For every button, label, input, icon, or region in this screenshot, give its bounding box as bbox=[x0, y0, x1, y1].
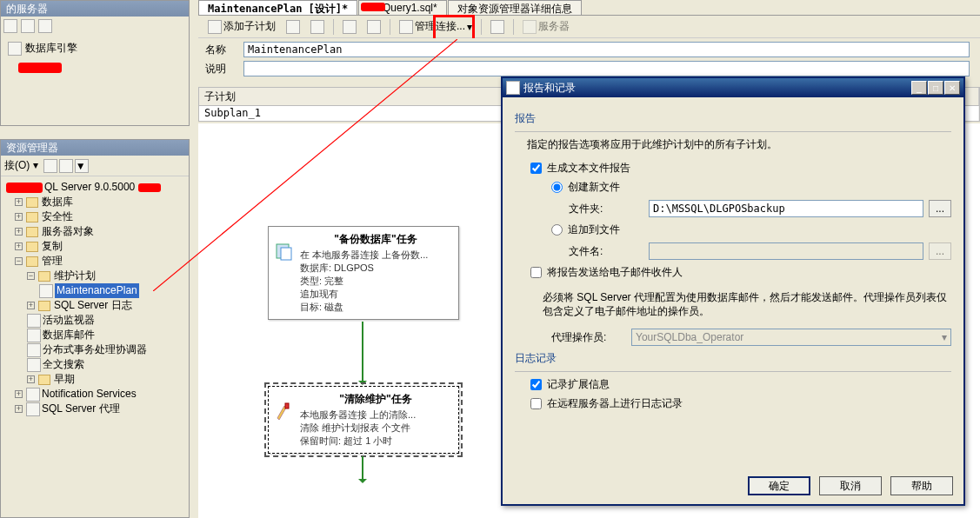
tree-agent[interactable]: +SQL Server 代理 bbox=[3, 402, 187, 416]
send-email-checkbox[interactable] bbox=[530, 267, 542, 278]
tab-query[interactable]: ...LQuery1.sql* bbox=[358, 0, 446, 15]
backup-db-task[interactable]: "备份数据库"任务 在 本地服务器连接 上备份数... 数据库: DLGPOS … bbox=[268, 226, 459, 320]
tree-serverobj[interactable]: +服务器对象 bbox=[3, 224, 187, 239]
name-field-label: 名称 bbox=[202, 43, 243, 57]
chevron-down-icon: ▾ bbox=[942, 331, 947, 343]
refresh-icon[interactable] bbox=[43, 159, 57, 173]
log-remote-check[interactable]: 在远程服务器上进行日志记录 bbox=[530, 396, 951, 411]
agent-icon bbox=[26, 402, 40, 416]
create-new-file-radio-input[interactable] bbox=[551, 182, 563, 193]
server-icon bbox=[523, 20, 537, 34]
plan-name-input[interactable] bbox=[243, 42, 970, 57]
gear-icon bbox=[286, 20, 300, 34]
report-desc: 指定的报告选项将应用于此维护计划中的所有子计划。 bbox=[527, 137, 951, 152]
browse-folder-button[interactable]: ... bbox=[929, 200, 951, 217]
subplan-props-button[interactable] bbox=[282, 17, 304, 37]
log-remote-checkbox[interactable] bbox=[530, 398, 542, 409]
cleanup-icon bbox=[274, 401, 295, 422]
tree-maintplans[interactable]: −维护计划 bbox=[3, 269, 187, 283]
redaction-1 bbox=[1, 61, 189, 76]
maintenance-toolbar: 添加子计划 管理连接...▾ 服务器 bbox=[198, 16, 980, 38]
tree-activity[interactable]: 活动监视器 bbox=[3, 313, 187, 328]
cancel-button[interactable]: 取消 bbox=[819, 476, 882, 495]
registered-servers-title: 的服务器 bbox=[1, 1, 189, 17]
tree-security[interactable]: +安全性 bbox=[3, 209, 187, 224]
delete-subplan-button[interactable] bbox=[306, 17, 329, 37]
minimize-button[interactable]: _ bbox=[911, 81, 927, 95]
filename-label: 文件名: bbox=[569, 244, 643, 259]
tab-maintenanceplan[interactable]: MaintenancePlan [设计]* bbox=[198, 0, 357, 15]
log-ext-check[interactable]: 记录扩展信息 bbox=[530, 377, 951, 392]
help-button[interactable]: 帮助 bbox=[890, 476, 953, 495]
tree-db[interactable]: +数据库 bbox=[3, 195, 187, 209]
backup-task-title: "备份数据库"任务 bbox=[300, 232, 451, 247]
stop-icon[interactable] bbox=[59, 159, 73, 173]
append-file-radio[interactable]: 追加到文件 bbox=[551, 222, 951, 237]
tree-legacy[interactable]: +早期 bbox=[3, 372, 187, 387]
object-explorer-panel: 资源管理器 接(O) ▾ ▼ QL Server 9.0.5000 +数据库 +… bbox=[0, 139, 190, 518]
add-icon bbox=[208, 20, 222, 34]
divider bbox=[481, 19, 482, 35]
add-subplan-button[interactable]: 添加子计划 bbox=[203, 17, 280, 37]
cleanup-task[interactable]: "清除维护"任务 本地服务器连接 上的清除... 清除 维护计划报表 个文件 保… bbox=[268, 386, 459, 454]
tree-maintenanceplan[interactable]: MaintenancePlan bbox=[3, 283, 187, 298]
object-explorer-toolbar: 接(O) ▾ ▼ bbox=[1, 156, 189, 176]
close-button[interactable]: ✕ bbox=[944, 81, 960, 95]
dialog-icon bbox=[506, 81, 520, 95]
log-ext-checkbox[interactable] bbox=[530, 379, 542, 390]
dtc-icon bbox=[27, 343, 41, 357]
maximize-button[interactable]: □ bbox=[928, 81, 943, 95]
log-group-label: 日志记录 bbox=[515, 351, 951, 366]
tree-sqllogs[interactable]: +SQL Server 日志 bbox=[3, 298, 187, 313]
filename-input bbox=[649, 242, 923, 260]
conn-icon bbox=[399, 20, 413, 34]
create-new-file-radio[interactable]: 创建新文件 bbox=[551, 180, 951, 195]
db-engine-node[interactable]: 数据库引擎 bbox=[1, 36, 189, 61]
email-note: 必须将 SQL Server 代理配置为使用数据库邮件，然后才能发送邮件。代理操… bbox=[543, 290, 951, 318]
divider bbox=[333, 19, 334, 35]
gen-text-report-checkbox[interactable] bbox=[530, 163, 542, 174]
registered-servers-toolbar bbox=[1, 17, 189, 36]
operator-label: 代理操作员: bbox=[551, 330, 626, 345]
tree-dbmail[interactable]: 数据库邮件 bbox=[3, 328, 187, 342]
filter-icon[interactable]: ▼ bbox=[75, 159, 89, 173]
remove-schedule-button[interactable] bbox=[363, 17, 385, 37]
flow-arrow-2 bbox=[362, 456, 363, 482]
tree-dtc[interactable]: 分布式事务处理协调器 bbox=[3, 342, 187, 357]
activity-icon bbox=[27, 314, 41, 328]
highlight-box bbox=[433, 15, 475, 41]
server-new-icon[interactable] bbox=[38, 19, 52, 33]
tree-fulltext[interactable]: 全文搜索 bbox=[3, 357, 187, 372]
folder-input[interactable] bbox=[649, 200, 923, 217]
object-tree: QL Server 9.0.5000 +数据库 +安全性 +服务器对象 +复制 … bbox=[1, 176, 189, 420]
dialog-buttons: 确定 取消 帮助 bbox=[748, 476, 953, 495]
append-file-radio-input[interactable] bbox=[551, 224, 563, 236]
object-explorer-title: 资源管理器 bbox=[1, 140, 189, 156]
send-email-check[interactable]: 将报告发送给电子邮件收件人 bbox=[530, 265, 951, 280]
report-group-label: 报告 bbox=[515, 111, 951, 126]
ns-icon bbox=[26, 388, 40, 402]
tab-objectdetails[interactable]: 对象资源管理器详细信息 bbox=[448, 0, 582, 15]
server-root[interactable]: QL Server 9.0.5000 bbox=[3, 180, 187, 195]
tree-replication[interactable]: +复制 bbox=[3, 239, 187, 254]
plan-icon bbox=[39, 284, 53, 298]
reporting-button[interactable] bbox=[486, 17, 509, 37]
delete-icon bbox=[310, 20, 324, 34]
dialog-body: 报告 指定的报告选项将应用于此维护计划中的所有子计划。 生成文本文件报告 创建新… bbox=[503, 97, 963, 424]
server-group-icon[interactable] bbox=[21, 19, 35, 33]
mail-icon bbox=[27, 329, 41, 342]
plan-desc-input[interactable] bbox=[243, 61, 970, 76]
gen-text-report-check[interactable]: 生成文本文件报告 bbox=[530, 161, 951, 176]
backup-icon bbox=[274, 241, 295, 262]
tree-management[interactable]: −管理 bbox=[3, 254, 187, 269]
tree-notification[interactable]: +Notification Services bbox=[3, 387, 187, 402]
server-icon[interactable] bbox=[3, 19, 17, 33]
document-tabs: MaintenancePlan [设计]* ...LQuery1.sql* 对象… bbox=[198, 0, 980, 16]
connect-button[interactable]: 接(O) ▾ bbox=[4, 158, 42, 173]
dialog-titlebar[interactable]: 报告和记录 _ □ ✕ bbox=[503, 78, 963, 97]
schedule-button[interactable] bbox=[338, 17, 361, 37]
ok-button[interactable]: 确定 bbox=[748, 476, 810, 495]
report-icon bbox=[490, 20, 504, 34]
desc-field-label: 说明 bbox=[202, 62, 243, 76]
svg-rect-1 bbox=[281, 248, 291, 260]
